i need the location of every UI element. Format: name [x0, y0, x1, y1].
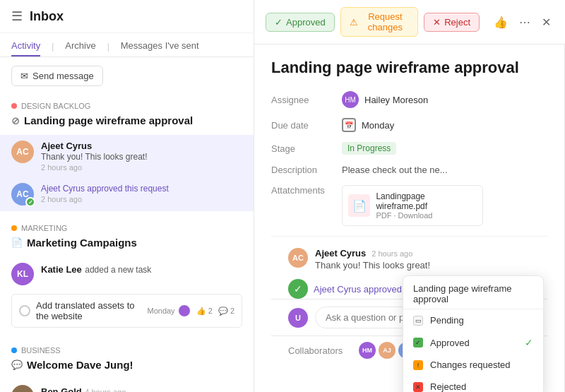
task-check-icon — [19, 305, 30, 316]
menu-icon[interactable]: ☰ — [11, 8, 23, 24]
detail-title: Landing page wireframe approval — [271, 59, 547, 77]
field-attachments: Attatchments 📄 Landingpage wireframe.pdf… — [271, 185, 547, 226]
stage-value: In Progress — [342, 142, 396, 155]
task-avatars — [181, 304, 191, 317]
comment-1: AC Ajeet Cyrus 2 hours ago Thank you! Th… — [288, 248, 530, 271]
approved-highlight[interactable]: Ajeet Cyrus approved this request — [41, 184, 169, 194]
notification-katie[interactable]: KL Katie Lee added a new task — [0, 257, 254, 291]
notif-content-ajeet2: Ajeet Cyrus approved this request 2 hour… — [41, 183, 242, 206]
more-options-button[interactable]: ⋯ — [516, 13, 533, 32]
stage-badge[interactable]: In Progress — [342, 142, 396, 155]
tab-archive[interactable]: Archive — [65, 36, 95, 57]
collab-avatar-2: AJ — [379, 342, 396, 359]
dropdown-item-pending[interactable]: ▭ Pending — [403, 309, 543, 331]
calendar-icon: 📅 — [342, 118, 356, 132]
dot-icon-business — [11, 348, 17, 353]
sidebar-header: ☰ Inbox — [0, 0, 254, 33]
x-icon: ✕ — [433, 17, 441, 28]
field-due: Due date 📅 Monday — [271, 118, 547, 132]
thumbs-up-button[interactable]: 👍 — [491, 13, 511, 32]
group-title-business[interactable]: 💬 Welcome Dave Jung! — [11, 359, 242, 371]
notification-ben[interactable]: BG Ben Gold 4 hours ago Hi Team, — [0, 379, 254, 392]
group-label-marketing: Marketing — [11, 224, 242, 232]
comment-avatar-1: AC — [288, 248, 308, 268]
comment-body-1: Ajeet Cyrus 2 hours ago Thank you! This … — [315, 248, 530, 271]
avatar-ajeet2: AC ✓ — [11, 183, 34, 206]
field-assignee: Assignee HM Hailey Moreson — [271, 91, 547, 108]
check-circle-icon: ⊘ — [11, 115, 20, 126]
attachment-info: Landingpage wireframe.pdf PDF · Download — [376, 191, 477, 220]
field-description: Description Please check out the ne... — [271, 165, 547, 175]
speech-icon: 💬 — [11, 360, 23, 370]
check-icon: ✓ — [275, 17, 282, 28]
selected-check-icon: ✓ — [525, 337, 533, 348]
dropdown-item-rejected[interactable]: ✕ Rejected — [403, 376, 543, 392]
dropdown-item-approved[interactable]: ✓ Approved ✓ — [403, 331, 543, 354]
group-design-backlog: Design Backlog ⊘ Landing page wireframe … — [0, 95, 254, 135]
assignee-avatar: HM — [342, 91, 359, 108]
sidebar-tabs: Activity | Archive | Messages I've sent — [0, 33, 254, 57]
avatar-ben: BG — [11, 385, 34, 392]
send-icon: ✉ — [20, 71, 28, 81]
attachment-item[interactable]: 📄 Landingpage wireframe.pdf PDF · Downlo… — [342, 185, 483, 226]
task-meta: Monday 👍 2 💬 2 — [147, 304, 234, 317]
pending-icon: ▭ — [413, 316, 423, 326]
approved-button[interactable]: ✓ Approved — [266, 13, 335, 32]
due-value: 📅 Monday — [342, 118, 394, 132]
sidebar: ☰ Inbox Activity | Archive | Messages I'… — [0, 0, 254, 392]
changes-status-icon: ! — [413, 360, 423, 370]
tab-messages[interactable]: Messages I've sent — [121, 36, 199, 57]
collab-avatar-1: HM — [359, 342, 376, 359]
dropdown-item-changes[interactable]: ! Changes requested — [403, 354, 543, 376]
approved-badge: ✓ — [25, 197, 35, 207]
field-stage: Stage In Progress — [271, 142, 547, 155]
notif-content-ajeet1: Ajeet Cyrus Thank you! This looks great!… — [41, 141, 242, 172]
detail-toolbar: ✓ Approved ⚠ Request changes ✕ Reject 👍 … — [254, 0, 565, 44]
notification-item-ajeet2[interactable]: AC ✓ Ajeet Cyrus approved this request 2… — [0, 177, 254, 211]
approved-check-icon: ✓ — [288, 279, 308, 299]
group-label-design: Design Backlog — [11, 102, 242, 110]
reject-button[interactable]: ✕ Reject — [424, 13, 480, 32]
status-dropdown: Landing page wireframe approval ▭ Pendin… — [403, 275, 544, 392]
task-avatar-1 — [178, 304, 191, 317]
notification-item-ajeet1[interactable]: AC Ajeet Cyrus Thank you! This looks gre… — [0, 135, 254, 177]
doc-icon: 📄 — [11, 237, 23, 248]
send-message-button[interactable]: ✉ Send message — [11, 66, 103, 86]
avatar-ajeet: AC — [11, 141, 34, 163]
tab-activity[interactable]: Activity — [11, 36, 40, 57]
dropdown-header: Landing page wireframe approval — [403, 276, 543, 309]
notif-content-ben: Ben Gold 4 hours ago Hi Team, — [41, 385, 242, 392]
description-text: Please check out the ne... — [342, 165, 448, 175]
main-panel: ✓ Approved ⚠ Request changes ✕ Reject 👍 … — [254, 0, 565, 392]
dot-icon-marketing — [11, 225, 17, 231]
request-changes-button[interactable]: ⚠ Request changes — [340, 7, 418, 37]
warning-icon: ⚠ — [350, 17, 358, 28]
group-marketing: Marketing 📄 Marketing Campaigns — [0, 217, 254, 257]
group-label-business: Business — [11, 346, 242, 355]
group-title-design[interactable]: ⊘ Landing page wireframe approval — [11, 114, 242, 126]
group-business: Business 💬 Welcome Dave Jung! — [0, 339, 254, 379]
task-item[interactable]: Add translated assets to the website Mon… — [11, 294, 242, 328]
close-button[interactable]: ✕ — [539, 13, 554, 32]
group-title-marketing[interactable]: 📄 Marketing Campaigns — [11, 237, 242, 249]
rejected-status-icon: ✕ — [413, 382, 423, 392]
dot-icon — [11, 103, 17, 109]
inbox-title: Inbox — [30, 9, 64, 24]
notif-content-katie: Katie Lee added a new task — [41, 263, 242, 285]
approved-status-icon: ✓ — [413, 338, 423, 348]
current-user-avatar: U — [288, 308, 308, 328]
assignee-value: HM Hailey Moreson — [342, 91, 428, 108]
pdf-icon: 📄 — [348, 194, 370, 217]
avatar-katie: KL — [11, 263, 34, 285]
